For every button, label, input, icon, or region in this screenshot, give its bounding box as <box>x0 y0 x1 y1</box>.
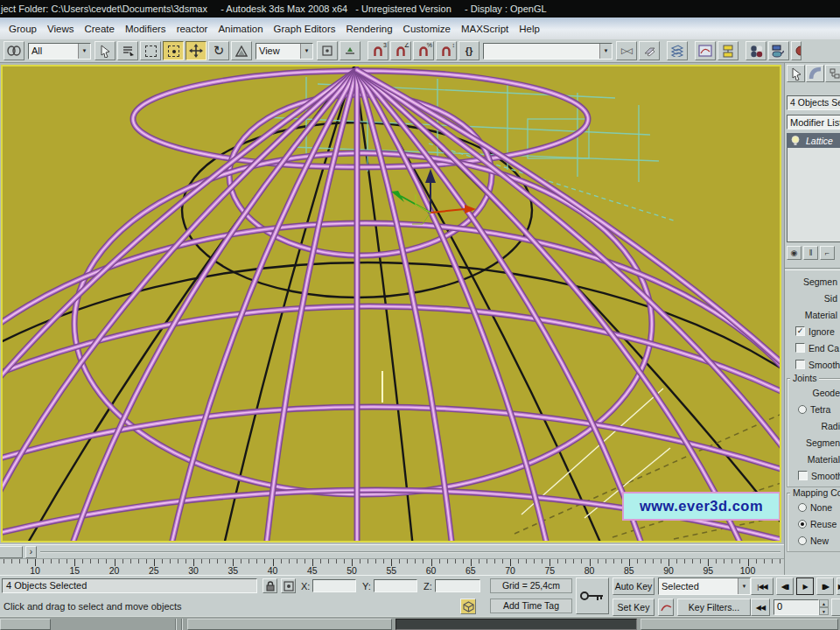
viewport-nav-clipped-button[interactable] <box>831 598 840 616</box>
perspective-viewport[interactable]: www.ever3d.com <box>3 66 780 541</box>
edit-named-selections-button[interactable]: {} <box>458 41 480 60</box>
menu-customize[interactable]: Customize <box>398 21 456 37</box>
keying-mode-dropdown[interactable]: Selected ▼ <box>658 578 751 595</box>
next-frame-button[interactable]: ▮▶ <box>816 578 834 595</box>
select-and-move-button[interactable] <box>186 41 206 60</box>
track-bar[interactable]: 101520253035404550556065707580859095100 <box>0 558 784 575</box>
rollout-radio-tetra[interactable]: Tetra <box>788 401 840 417</box>
chevron-down-icon[interactable]: ▼ <box>78 44 90 59</box>
current-frame-field[interactable]: 0 <box>774 599 819 615</box>
quick-render-button[interactable] <box>791 41 802 60</box>
go-to-end-button[interactable]: ▶▶ <box>836 578 840 595</box>
taskbar-button-active[interactable] <box>396 619 637 630</box>
window-crossing-toggle[interactable] <box>163 41 184 60</box>
frame-spinner[interactable]: ▲ ▼ <box>819 599 829 615</box>
time-slider-track[interactable] <box>40 551 780 553</box>
selection-lock-toggle[interactable] <box>262 578 277 593</box>
radio-button[interactable] <box>798 503 807 512</box>
select-and-rotate-button[interactable]: ↻ <box>208 41 229 60</box>
z-coordinate-field[interactable] <box>435 579 480 592</box>
modifier-stack-list[interactable] <box>787 148 840 242</box>
set-key-button[interactable]: Set Key <box>612 598 654 616</box>
rollout-radio-reuse[interactable]: Reuse <box>788 515 840 532</box>
time-slider[interactable]: › <box>0 544 784 558</box>
checkbox[interactable] <box>795 343 805 353</box>
selection-filter-dropdown[interactable]: All ▼ <box>28 43 91 60</box>
make-unique-button[interactable]: ⌐ <box>820 246 835 260</box>
menu-modifiers[interactable]: Modifiers <box>120 21 172 37</box>
radio-button[interactable] <box>798 520 807 528</box>
taskbar-button[interactable] <box>187 619 392 630</box>
key-mode-toggle[interactable]: ◀◀ <box>751 598 770 616</box>
pin-stack-button[interactable]: ◉ <box>787 246 802 260</box>
render-setup-button[interactable] <box>768 41 789 60</box>
angle-snap-button[interactable]: ∠ <box>390 41 411 60</box>
tab-hierarchy[interactable] <box>825 65 840 82</box>
chevron-down-icon[interactable]: ▼ <box>300 44 312 59</box>
auto-key-button[interactable]: Auto Key <box>612 578 654 595</box>
default-in-out-tangents-button[interactable] <box>658 598 674 616</box>
snap-toggle-3d-button[interactable]: 3 <box>368 41 388 60</box>
next-frame-arrow-button[interactable]: › <box>25 546 37 558</box>
set-keys-button[interactable] <box>576 578 609 614</box>
menu-reactor[interactable]: reactor <box>172 21 214 37</box>
tab-modify[interactable] <box>806 65 824 82</box>
taskbar-segment[interactable] <box>0 619 51 630</box>
crossing-selection-toggle[interactable] <box>460 598 476 614</box>
menu-graph-editors[interactable]: Graph Editors <box>269 21 341 37</box>
select-by-name-button[interactable] <box>117 41 138 60</box>
checkbox[interactable] <box>798 471 808 480</box>
menu-maxscript[interactable]: MAXScript <box>456 21 514 37</box>
select-and-scale-button[interactable] <box>231 41 252 60</box>
y-coordinate-field[interactable] <box>374 579 417 592</box>
viewport-canvas[interactable] <box>3 66 780 541</box>
radio-button[interactable] <box>798 405 807 414</box>
menu-views[interactable]: Views <box>42 21 79 37</box>
selection-region-button[interactable] <box>140 41 161 60</box>
align-button[interactable] <box>639 41 660 60</box>
chevron-down-icon[interactable]: ▼ <box>599 44 612 59</box>
rollout-radio-none[interactable]: None <box>788 499 840 515</box>
radio-button[interactable] <box>798 536 807 545</box>
object-name-field[interactable]: 4 Objects Selected <box>787 95 840 110</box>
checkbox[interactable]: ✓ <box>795 326 805 336</box>
rollout-checkbox-end-ca[interactable]: End Ca <box>785 340 840 356</box>
menu-create[interactable]: Create <box>79 21 120 37</box>
reference-coordsys-dropdown[interactable]: View ▼ <box>256 43 313 60</box>
chevron-down-icon[interactable]: ▼ <box>738 578 750 594</box>
curve-editor-button[interactable] <box>695 41 716 60</box>
checkbox[interactable] <box>795 360 805 369</box>
x-coordinate-field[interactable] <box>312 579 356 592</box>
time-slider-handle[interactable] <box>0 546 23 558</box>
spinner-down-icon[interactable]: ▼ <box>819 607 829 615</box>
menu-rendering[interactable]: Rendering <box>341 21 398 37</box>
use-pivot-center-button[interactable] <box>317 41 338 60</box>
mirror-button[interactable]: ▷◁ <box>616 41 637 60</box>
go-to-start-button[interactable]: |◀◀ <box>751 578 774 595</box>
rollout-radio-new[interactable]: New <box>788 532 840 549</box>
key-filters-button[interactable]: Key Filters... <box>677 598 751 616</box>
rollout-checkbox-smooth[interactable]: Smooth <box>785 356 840 373</box>
layer-manager-button[interactable] <box>667 41 688 60</box>
material-editor-button[interactable] <box>746 41 766 60</box>
rollout-checkbox-smooth[interactable]: Smooth <box>788 467 840 484</box>
absolute-offset-toggle[interactable] <box>281 578 296 593</box>
spinner-snap-button[interactable]: ↕ <box>436 41 457 60</box>
percent-snap-button[interactable]: % <box>413 41 434 60</box>
add-time-tag[interactable]: Add Time Tag <box>490 598 572 613</box>
taskbar-button[interactable] <box>640 619 838 630</box>
show-end-result-button[interactable]: ‖ <box>803 246 818 260</box>
named-selection-sets-dropdown[interactable]: ▼ <box>483 43 612 60</box>
select-and-manipulate-button[interactable] <box>340 41 360 60</box>
play-button[interactable]: ▶ <box>796 578 814 595</box>
menu-help[interactable]: Help <box>514 21 545 37</box>
schematic-view-button[interactable] <box>718 41 738 60</box>
rollout-checkbox-ignore[interactable]: ✓Ignore <box>785 323 840 340</box>
previous-frame-button[interactable]: ◀▮ <box>776 578 794 595</box>
modifier-stack-selected-row[interactable]: Lattice <box>787 133 840 148</box>
menu-animation[interactable]: Animation <box>213 21 268 37</box>
menu-group[interactable]: Group <box>4 21 42 37</box>
tab-create[interactable] <box>787 65 805 82</box>
select-and-link-icon[interactable] <box>4 41 24 60</box>
modifier-list-dropdown[interactable]: Modifier List ▼ <box>787 115 840 130</box>
